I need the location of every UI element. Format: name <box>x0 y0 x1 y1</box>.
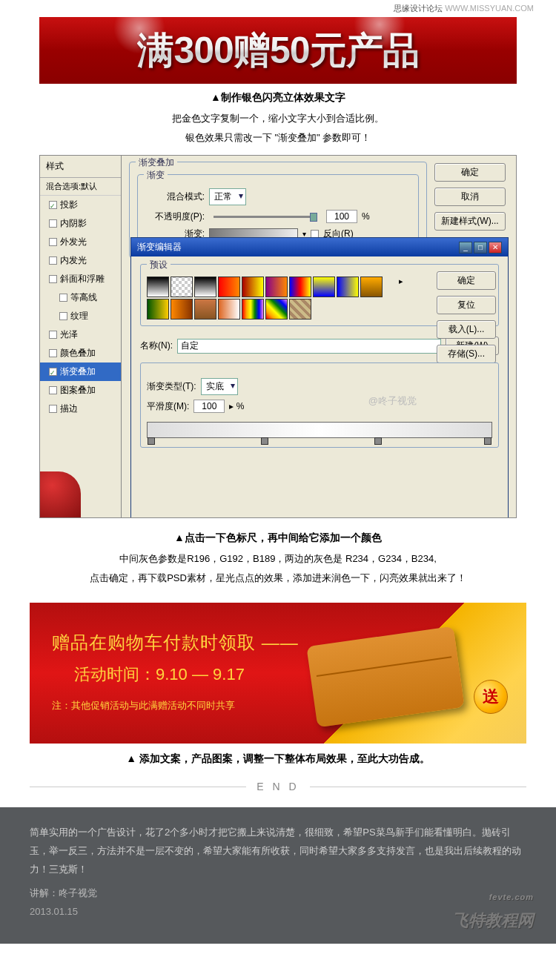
preset-swatch[interactable] <box>218 277 240 297</box>
preset-menu-icon[interactable]: ▸ <box>399 277 403 320</box>
final-result-banner: 送 赠品在购物车付款时领取 —— 活动时间：9.10 — 9.17 注：其他促销… <box>30 603 526 744</box>
product-image-corner <box>40 471 81 517</box>
section2-line2: 点击确定，再下载PSD素材，星光点点的效果，添加进来润色一下，闪亮效果就出来了！ <box>39 570 517 586</box>
preset-swatches <box>147 277 391 320</box>
opacity-slider[interactable] <box>214 216 317 218</box>
styles-header: 样式 <box>40 156 121 178</box>
editor-titlebar[interactable]: 渐变编辑器 _ □ ✕ <box>131 238 508 256</box>
style-checkbox[interactable] <box>59 312 67 320</box>
gradient-editor-window: 渐变编辑器 _ □ ✕ 预设 ▸ 确定 复位 载入(L)... 存储(S)... <box>130 237 509 518</box>
style-item-颜色叠加[interactable]: 颜色叠加 <box>40 344 121 362</box>
editor-load-button[interactable]: 载入(L)... <box>437 320 496 339</box>
promo-text: 满300赠50元产品 <box>137 26 418 76</box>
preset-swatch[interactable] <box>147 277 169 297</box>
style-item-图案叠加[interactable]: 图案叠加 <box>40 381 121 400</box>
editor-save-button[interactable]: 存储(S)... <box>437 345 496 363</box>
color-stop[interactable] <box>148 437 155 445</box>
editor-ok-button[interactable]: 确定 <box>437 271 496 290</box>
editor-title-text: 渐变编辑器 <box>137 241 182 254</box>
blend-mode-label: 混合模式: <box>145 191 205 203</box>
grad-type-label: 渐变类型(T): <box>147 380 196 393</box>
final-line2: 活动时间：9.10 — 9.17 <box>74 663 299 686</box>
smoothness-label: 平滑度(M): <box>147 400 189 413</box>
opacity-value[interactable]: 100 <box>326 210 357 223</box>
page-brand: 思缘设计论坛 WWW.MISSYUAN.COM <box>0 0 556 17</box>
ps-style-list: 样式 混合选项:默认 投影内阴影外发光内发光斜面和浮雕等高线纹理光泽颜色叠加渐变… <box>40 156 122 517</box>
color-stop[interactable] <box>261 437 268 445</box>
gradient-edit-box: 渐变类型(T): 实底 平滑度(M): 100 ▸ % @咚子视觉 <box>140 362 499 448</box>
editor-reset-button[interactable]: 复位 <box>437 296 496 314</box>
style-item-内发光[interactable]: 内发光 <box>40 251 121 270</box>
subgroup-title: 渐变 <box>144 169 168 182</box>
style-checkbox[interactable] <box>49 238 57 246</box>
close-icon[interactable]: ✕ <box>489 242 502 254</box>
style-item-内阴影[interactable]: 内阴影 <box>40 214 121 233</box>
style-item-斜面和浮雕[interactable]: 斜面和浮雕 <box>40 270 121 288</box>
color-stop[interactable] <box>484 437 492 445</box>
style-item-外发光[interactable]: 外发光 <box>40 233 121 251</box>
preset-swatch[interactable] <box>171 277 193 297</box>
preset-swatch[interactable] <box>194 299 216 320</box>
preset-swatch[interactable] <box>265 299 288 320</box>
style-checkbox[interactable] <box>49 386 57 394</box>
blend-mode-dropdown[interactable]: 正常 <box>209 188 246 205</box>
style-checkbox[interactable] <box>49 201 57 209</box>
style-label: 外发光 <box>60 236 87 248</box>
style-checkbox[interactable] <box>49 405 57 413</box>
preset-swatch[interactable] <box>265 277 288 297</box>
style-label: 内发光 <box>60 254 87 267</box>
preset-swatch[interactable] <box>218 299 240 320</box>
style-item-纹理[interactable]: 纹理 <box>40 307 121 325</box>
preset-swatch[interactable] <box>171 299 193 320</box>
style-checkbox[interactable] <box>49 349 57 357</box>
preset-swatch[interactable] <box>147 299 169 320</box>
preset-swatch[interactable] <box>360 277 383 297</box>
grad-type-dropdown[interactable]: 实底 <box>201 378 238 395</box>
style-label: 渐变叠加 <box>60 365 96 378</box>
ok-button[interactable]: 确定 <box>434 163 506 182</box>
style-item-等高线[interactable]: 等高线 <box>40 288 121 307</box>
watermark: @咚子视觉 <box>368 394 417 408</box>
section1-title: ▲制作银色闪亮立体效果文字 <box>0 91 556 105</box>
style-label: 等高线 <box>70 291 97 304</box>
end-divider: E N D <box>30 781 526 792</box>
end-text: E N D <box>257 781 299 792</box>
blend-options[interactable]: 混合选项:默认 <box>40 178 121 196</box>
smoothness-value[interactable]: 100 <box>193 400 225 413</box>
style-label: 纹理 <box>70 310 88 322</box>
section1-line2: 银色效果只需改一下 "渐变叠加" 参数即可！ <box>0 130 556 146</box>
style-checkbox[interactable] <box>59 294 67 302</box>
style-item-投影[interactable]: 投影 <box>40 196 121 214</box>
preset-swatch[interactable] <box>242 299 264 320</box>
style-item-光泽[interactable]: 光泽 <box>40 325 121 344</box>
minimize-icon[interactable]: _ <box>459 242 472 254</box>
style-checkbox[interactable] <box>49 275 57 283</box>
gradient-name-input[interactable] <box>177 339 441 354</box>
opacity-label: 不透明度(P): <box>145 211 205 223</box>
style-checkbox[interactable] <box>49 331 57 339</box>
new-style-button[interactable]: 新建样式(W)... <box>434 212 506 231</box>
style-checkbox[interactable] <box>49 368 57 376</box>
preset-swatch[interactable] <box>337 277 359 297</box>
preset-swatch[interactable] <box>289 277 311 297</box>
final-note: 注：其他促销活动与此满赠活动不同时共享 <box>52 699 299 712</box>
style-item-描边[interactable]: 描边 <box>40 400 121 418</box>
color-stop[interactable] <box>374 437 382 445</box>
gradient-bar[interactable] <box>147 422 492 438</box>
style-label: 颜色叠加 <box>60 347 96 360</box>
preset-swatch[interactable] <box>194 277 216 297</box>
section2-title: ▲点击一下色标尺，再中间给它添加一个颜色 <box>39 532 517 545</box>
maximize-icon[interactable]: □ <box>474 242 487 254</box>
style-item-渐变叠加[interactable]: 渐变叠加 <box>40 362 121 381</box>
style-checkbox[interactable] <box>49 219 57 228</box>
name-label: 名称(N): <box>140 340 173 352</box>
presets-label: 预设 <box>147 259 171 271</box>
style-label: 描边 <box>60 403 78 415</box>
section2-line1: 中间灰色参数是R196，G192，B189，两边的灰色是 R234，G234，B… <box>39 551 517 567</box>
cancel-button[interactable]: 取消 <box>434 188 506 206</box>
preset-swatch[interactable] <box>313 277 335 297</box>
style-label: 斜面和浮雕 <box>60 273 105 285</box>
style-checkbox[interactable] <box>49 256 57 265</box>
preset-swatch[interactable] <box>242 277 264 297</box>
preset-swatch[interactable] <box>289 299 311 320</box>
